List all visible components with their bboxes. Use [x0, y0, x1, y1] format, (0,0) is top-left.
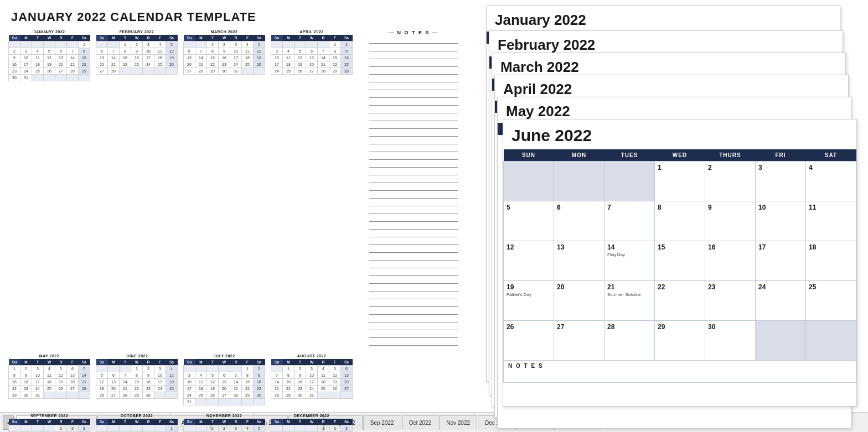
notes-line	[369, 76, 458, 82]
notes-line	[369, 207, 458, 214]
notes-line	[369, 130, 458, 137]
mini-cal-jan: JANUARY 2022 SuMTWRFSa 1 2345678 9101112…	[8, 30, 90, 346]
notes-line	[369, 184, 458, 191]
notes-line	[369, 223, 458, 230]
notes-lines	[369, 37, 458, 346]
mini-cal-apr: APRIL 2022 SuMTWRFSa 12 3456789 10111213…	[271, 30, 353, 346]
june-cell: 4	[806, 162, 856, 201]
notes-line	[369, 122, 458, 129]
june-cell: 14Flag Day	[604, 241, 655, 281]
notes-line	[369, 254, 458, 261]
mini-cal-sep-title: SEPTEMBER 2022	[8, 414, 90, 418]
june-cell: 27	[554, 321, 604, 361]
mini-cal-jul-table: SuMTWRFSa 12 3456789 10111213141516 1718…	[183, 359, 265, 405]
june-cell: 29	[655, 321, 705, 361]
june-cell: 12	[504, 241, 554, 281]
notes-line	[369, 246, 458, 253]
day-number: 19	[507, 283, 514, 291]
june-cell: 28	[604, 321, 655, 361]
notes-line	[369, 107, 458, 113]
june-cell: 5	[504, 201, 554, 241]
june-cell: 23	[705, 281, 756, 321]
notes-line	[369, 215, 458, 222]
day-number: 29	[658, 323, 665, 331]
notes-line	[369, 91, 458, 98]
day-number: 26	[507, 323, 514, 331]
mini-cal-dec-title: DECEMBER 2022	[271, 414, 353, 418]
mini-cal-feb-table: SuMTWRFSa 12345 6789101112 1314151617181…	[96, 35, 178, 75]
june-col-thu: THURS	[705, 149, 756, 162]
day-number: 27	[557, 323, 564, 331]
mini-cal-mar: MARCH 2022 SuMTWRFSa 12345 6789101112 13…	[183, 30, 265, 346]
june-cell: 15	[655, 241, 705, 281]
mini-cal-aug: AUGUST 2022 SuMTWRFSa 123456 78910111213…	[271, 354, 353, 405]
june-cell: 8	[655, 201, 705, 241]
notes-line	[369, 68, 458, 75]
june-col-sat: SAT	[806, 149, 856, 162]
mini-cal-jul-title: JULY 2022	[183, 354, 265, 358]
notes-line	[369, 99, 458, 106]
notes-line	[369, 153, 458, 160]
june-cell	[604, 162, 655, 201]
mini-cal-nov: NOVEMBER 2022 SuMTWRFSa 12345 6789101112…	[183, 414, 265, 432]
notes-line	[369, 269, 458, 276]
june-cell: 6	[554, 201, 604, 241]
notes-line	[369, 169, 458, 175]
mini-cal-jun-title: JUNE 2022	[96, 354, 178, 358]
mini-cal-aug-table: SuMTWRFSa 123456 78910111213 14151617181…	[271, 359, 353, 399]
notes-line	[369, 293, 458, 299]
day-number: 9	[708, 204, 712, 211]
mini-cal-jul: JULY 2022 SuMTWRFSa 12 3456789 101112131…	[183, 354, 265, 405]
mini-cal-may: MAY 2022 SuMTWRFSa 1234567 891011121314 …	[8, 354, 90, 405]
june-cell: 26	[504, 321, 554, 361]
stacked-cards: January 2022 SUN MON TUES WED THURS FRI …	[480, 0, 868, 404]
notes-line	[369, 331, 458, 338]
notes-line	[369, 84, 458, 90]
june-cell: 11	[806, 201, 856, 241]
table-row: 5 6 7 8 9 10 11	[504, 201, 856, 241]
june-cell: 24	[756, 281, 806, 321]
june-col-fri: FRI	[756, 149, 806, 162]
day-number: 1	[658, 164, 662, 171]
table-row: 19Father's Day 20 21Summer Solstice 22 2…	[504, 281, 856, 321]
notes-line	[369, 161, 458, 168]
june-col-mon: MON	[554, 149, 604, 162]
june-cell	[554, 162, 604, 201]
mini-cal-apr-table: SuMTWRFSa 12 3456789 10111213141516 1718…	[271, 35, 353, 75]
mini-cal-jun-table: SuMTWRFSa 1234 567891011 12131415161718 …	[96, 359, 178, 399]
mini-cal-dec-table: SuMTWRFSa 123 45678910 11121314151617 18…	[271, 419, 353, 432]
cell-event: Flag Day	[607, 252, 652, 257]
mini-cal-oct-title: OCTOBER 2022	[96, 414, 178, 418]
mini-cal-aug-title: AUGUST 2022	[271, 354, 353, 358]
notes-line	[369, 316, 458, 322]
notes-line	[369, 53, 458, 59]
day-number: 3	[758, 164, 762, 171]
mini-cal-jan-title: JANUARY 2022	[8, 30, 90, 34]
day-number: 5	[507, 204, 510, 211]
june-cell: 3	[756, 162, 806, 201]
card-june[interactable]: June 2022 SUN MON TUES WED THURS FRI SAT	[503, 119, 857, 407]
june-cell: 19Father's Day	[504, 281, 554, 321]
day-number: 13	[557, 243, 564, 251]
june-cell	[806, 321, 856, 361]
day-number: 2	[708, 164, 712, 171]
day-number: 6	[557, 204, 561, 211]
day-number: 28	[607, 323, 614, 331]
mini-cal-feb: FEBRUARY 2022 SuMTWRFSa 12345 6789101112…	[96, 30, 178, 346]
day-number: 4	[809, 164, 813, 171]
june-col-wed: WED	[655, 149, 705, 162]
day-number: 15	[658, 243, 665, 251]
notes-line	[369, 145, 458, 152]
notes-section: — N O T E S —	[369, 30, 458, 346]
day-number: 8	[658, 204, 662, 211]
mini-cal-sep: SEPTEMBER 2022 SuMTWRFSa 123 45678910 11…	[8, 414, 90, 432]
june-cell: 16	[705, 241, 756, 281]
day-number: 18	[809, 243, 816, 251]
day-number: 25	[809, 283, 816, 291]
notes-line	[369, 277, 458, 284]
mini-cal-jun: JUNE 2022 SuMTWRFSa 1234 567891011 12131…	[96, 354, 178, 405]
june-notes-cell: N O T E S	[504, 361, 856, 383]
day-number: 23	[708, 283, 715, 291]
day-number: 10	[758, 204, 766, 211]
notes-line	[369, 37, 458, 44]
